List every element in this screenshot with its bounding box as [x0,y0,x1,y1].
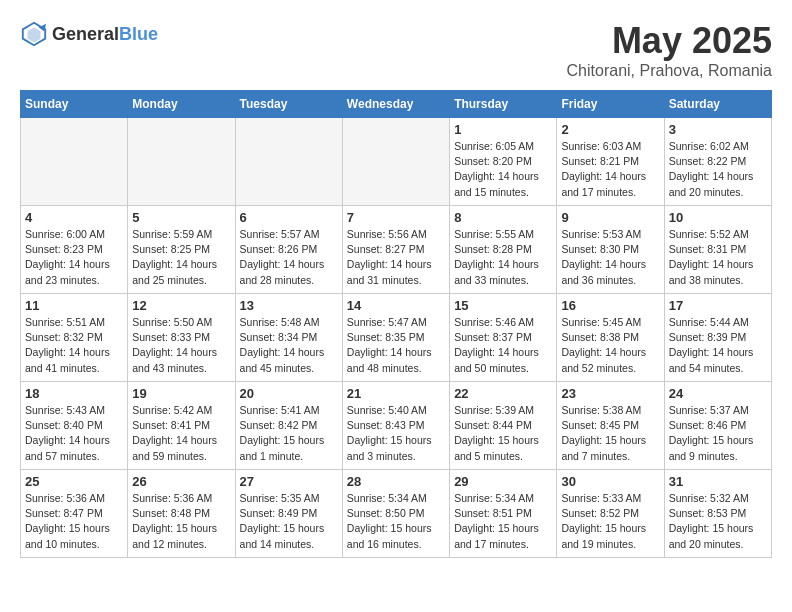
calendar-cell: 8Sunrise: 5:55 AM Sunset: 8:28 PM Daylig… [450,206,557,294]
week-row-1: 1Sunrise: 6:05 AM Sunset: 8:20 PM Daylig… [21,118,772,206]
day-number: 16 [561,298,659,313]
day-info: Sunrise: 5:36 AM Sunset: 8:48 PM Dayligh… [132,491,230,552]
day-number: 20 [240,386,338,401]
day-number: 25 [25,474,123,489]
day-info: Sunrise: 5:55 AM Sunset: 8:28 PM Dayligh… [454,227,552,288]
calendar-cell: 21Sunrise: 5:40 AM Sunset: 8:43 PM Dayli… [342,382,449,470]
day-info: Sunrise: 5:44 AM Sunset: 8:39 PM Dayligh… [669,315,767,376]
calendar-cell: 23Sunrise: 5:38 AM Sunset: 8:45 PM Dayli… [557,382,664,470]
title-block: May 2025 Chitorani, Prahova, Romania [567,20,772,80]
calendar-cell [342,118,449,206]
calendar-cell: 6Sunrise: 5:57 AM Sunset: 8:26 PM Daylig… [235,206,342,294]
day-info: Sunrise: 5:40 AM Sunset: 8:43 PM Dayligh… [347,403,445,464]
svg-marker-1 [27,27,40,42]
day-info: Sunrise: 5:59 AM Sunset: 8:25 PM Dayligh… [132,227,230,288]
day-number: 21 [347,386,445,401]
day-info: Sunrise: 5:33 AM Sunset: 8:52 PM Dayligh… [561,491,659,552]
weekday-header-sunday: Sunday [21,91,128,118]
calendar-cell: 4Sunrise: 6:00 AM Sunset: 8:23 PM Daylig… [21,206,128,294]
day-info: Sunrise: 6:05 AM Sunset: 8:20 PM Dayligh… [454,139,552,200]
day-number: 15 [454,298,552,313]
day-info: Sunrise: 5:39 AM Sunset: 8:44 PM Dayligh… [454,403,552,464]
calendar-cell: 7Sunrise: 5:56 AM Sunset: 8:27 PM Daylig… [342,206,449,294]
day-info: Sunrise: 5:36 AM Sunset: 8:47 PM Dayligh… [25,491,123,552]
location-subtitle: Chitorani, Prahova, Romania [567,62,772,80]
day-number: 19 [132,386,230,401]
week-row-3: 11Sunrise: 5:51 AM Sunset: 8:32 PM Dayli… [21,294,772,382]
weekday-header-wednesday: Wednesday [342,91,449,118]
calendar-cell: 3Sunrise: 6:02 AM Sunset: 8:22 PM Daylig… [664,118,771,206]
week-row-5: 25Sunrise: 5:36 AM Sunset: 8:47 PM Dayli… [21,470,772,558]
day-info: Sunrise: 5:42 AM Sunset: 8:41 PM Dayligh… [132,403,230,464]
calendar-cell: 2Sunrise: 6:03 AM Sunset: 8:21 PM Daylig… [557,118,664,206]
day-number: 8 [454,210,552,225]
day-number: 2 [561,122,659,137]
logo-general-text: General [52,24,119,45]
logo-icon [20,20,48,48]
calendar-cell: 22Sunrise: 5:39 AM Sunset: 8:44 PM Dayli… [450,382,557,470]
day-info: Sunrise: 5:47 AM Sunset: 8:35 PM Dayligh… [347,315,445,376]
day-number: 30 [561,474,659,489]
calendar-cell: 27Sunrise: 5:35 AM Sunset: 8:49 PM Dayli… [235,470,342,558]
day-info: Sunrise: 5:37 AM Sunset: 8:46 PM Dayligh… [669,403,767,464]
day-number: 28 [347,474,445,489]
day-info: Sunrise: 5:52 AM Sunset: 8:31 PM Dayligh… [669,227,767,288]
logo: General Blue [20,20,158,48]
day-number: 12 [132,298,230,313]
day-number: 26 [132,474,230,489]
calendar-cell [235,118,342,206]
calendar-cell [21,118,128,206]
day-number: 1 [454,122,552,137]
day-number: 17 [669,298,767,313]
week-row-4: 18Sunrise: 5:43 AM Sunset: 8:40 PM Dayli… [21,382,772,470]
calendar-cell: 26Sunrise: 5:36 AM Sunset: 8:48 PM Dayli… [128,470,235,558]
day-info: Sunrise: 5:48 AM Sunset: 8:34 PM Dayligh… [240,315,338,376]
calendar-cell: 11Sunrise: 5:51 AM Sunset: 8:32 PM Dayli… [21,294,128,382]
day-info: Sunrise: 5:51 AM Sunset: 8:32 PM Dayligh… [25,315,123,376]
day-number: 27 [240,474,338,489]
day-info: Sunrise: 5:50 AM Sunset: 8:33 PM Dayligh… [132,315,230,376]
day-number: 7 [347,210,445,225]
day-info: Sunrise: 6:00 AM Sunset: 8:23 PM Dayligh… [25,227,123,288]
calendar-cell: 13Sunrise: 5:48 AM Sunset: 8:34 PM Dayli… [235,294,342,382]
day-info: Sunrise: 5:56 AM Sunset: 8:27 PM Dayligh… [347,227,445,288]
day-number: 4 [25,210,123,225]
day-number: 6 [240,210,338,225]
calendar-cell: 16Sunrise: 5:45 AM Sunset: 8:38 PM Dayli… [557,294,664,382]
weekday-header-tuesday: Tuesday [235,91,342,118]
day-number: 24 [669,386,767,401]
calendar-cell: 10Sunrise: 5:52 AM Sunset: 8:31 PM Dayli… [664,206,771,294]
month-year-title: May 2025 [567,20,772,62]
day-number: 29 [454,474,552,489]
day-number: 10 [669,210,767,225]
calendar-cell: 17Sunrise: 5:44 AM Sunset: 8:39 PM Dayli… [664,294,771,382]
week-row-2: 4Sunrise: 6:00 AM Sunset: 8:23 PM Daylig… [21,206,772,294]
day-info: Sunrise: 5:35 AM Sunset: 8:49 PM Dayligh… [240,491,338,552]
calendar-cell: 18Sunrise: 5:43 AM Sunset: 8:40 PM Dayli… [21,382,128,470]
calendar-cell: 31Sunrise: 5:32 AM Sunset: 8:53 PM Dayli… [664,470,771,558]
day-number: 5 [132,210,230,225]
day-number: 13 [240,298,338,313]
logo-blue-text: Blue [119,24,158,45]
weekday-header-friday: Friday [557,91,664,118]
weekday-header-row: SundayMondayTuesdayWednesdayThursdayFrid… [21,91,772,118]
calendar-cell: 24Sunrise: 5:37 AM Sunset: 8:46 PM Dayli… [664,382,771,470]
calendar-cell: 25Sunrise: 5:36 AM Sunset: 8:47 PM Dayli… [21,470,128,558]
day-info: Sunrise: 5:46 AM Sunset: 8:37 PM Dayligh… [454,315,552,376]
calendar-table: SundayMondayTuesdayWednesdayThursdayFrid… [20,90,772,558]
calendar-cell: 5Sunrise: 5:59 AM Sunset: 8:25 PM Daylig… [128,206,235,294]
calendar-cell: 29Sunrise: 5:34 AM Sunset: 8:51 PM Dayli… [450,470,557,558]
day-info: Sunrise: 5:34 AM Sunset: 8:51 PM Dayligh… [454,491,552,552]
day-info: Sunrise: 5:57 AM Sunset: 8:26 PM Dayligh… [240,227,338,288]
day-info: Sunrise: 5:34 AM Sunset: 8:50 PM Dayligh… [347,491,445,552]
weekday-header-saturday: Saturday [664,91,771,118]
day-number: 22 [454,386,552,401]
weekday-header-thursday: Thursday [450,91,557,118]
calendar-cell: 9Sunrise: 5:53 AM Sunset: 8:30 PM Daylig… [557,206,664,294]
day-info: Sunrise: 5:41 AM Sunset: 8:42 PM Dayligh… [240,403,338,464]
calendar-cell: 15Sunrise: 5:46 AM Sunset: 8:37 PM Dayli… [450,294,557,382]
day-info: Sunrise: 6:02 AM Sunset: 8:22 PM Dayligh… [669,139,767,200]
calendar-cell [128,118,235,206]
day-info: Sunrise: 5:32 AM Sunset: 8:53 PM Dayligh… [669,491,767,552]
day-number: 18 [25,386,123,401]
